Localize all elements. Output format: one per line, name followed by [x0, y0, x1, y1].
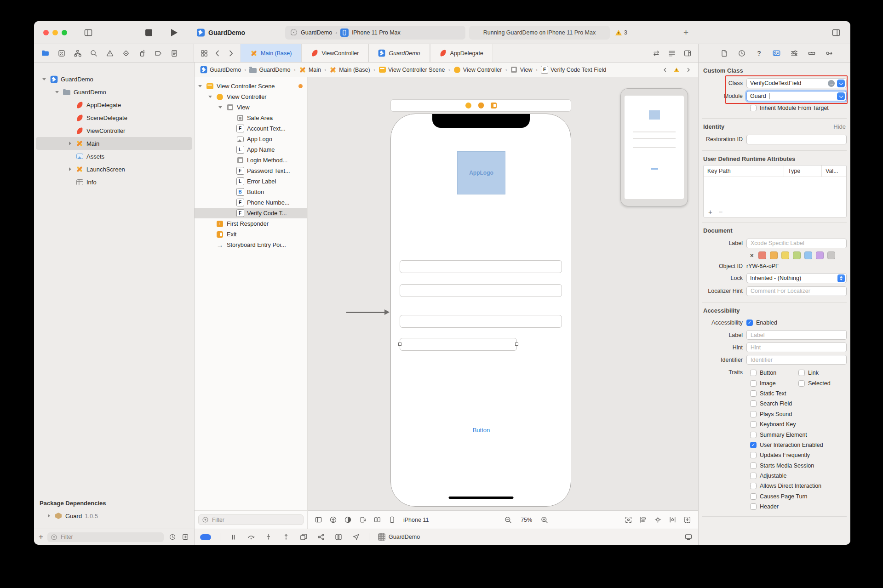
- tab-appdelegate[interactable]: AppDelegate: [430, 44, 493, 62]
- accessibility-hint-input[interactable]: [750, 344, 843, 351]
- debug-session-label[interactable]: GuardDemo: [378, 533, 420, 541]
- close-window-button[interactable]: [43, 30, 49, 35]
- outline-toggle-icon[interactable]: [314, 515, 323, 524]
- accessibility-identifier-field[interactable]: [746, 355, 847, 365]
- disclosure-open-icon[interactable]: [197, 85, 203, 87]
- breadcrumb-view-controller[interactable]: View Controller: [453, 66, 502, 74]
- selection-handle-left[interactable]: [398, 343, 401, 346]
- scheme-selector[interactable]: GuardDemo › iPhone 11 Pro Max: [285, 26, 465, 40]
- lock-stepper-icon[interactable]: [837, 274, 845, 282]
- previous-issue-icon[interactable]: [660, 65, 669, 74]
- document-label-input[interactable]: [750, 240, 843, 247]
- quick-help-icon[interactable]: ?: [755, 49, 763, 57]
- class-dropdown-icon[interactable]: [837, 80, 845, 87]
- trait-checkbox-header[interactable]: [750, 503, 757, 510]
- navigator-filter-field[interactable]: [47, 532, 164, 542]
- module-dropdown-icon[interactable]: [837, 92, 845, 100]
- accessibility-preview-icon[interactable]: [329, 515, 338, 524]
- scale-to-fit-icon[interactable]: [624, 515, 633, 524]
- password-text-field[interactable]: [400, 284, 562, 297]
- color-swatch-1[interactable]: [770, 251, 778, 259]
- source-control-icon[interactable]: [57, 49, 66, 57]
- phone-number-text-field[interactable]: [400, 315, 562, 328]
- sidebar-item-scenedelegate[interactable]: SceneDelegate: [36, 111, 192, 124]
- outline-item-app-logo[interactable]: App Logo: [195, 134, 307, 144]
- login-button[interactable]: Button: [457, 427, 505, 434]
- breadcrumb-view-controller-scene[interactable]: View Controller Scene: [378, 66, 445, 74]
- color-swatch-6[interactable]: [827, 251, 835, 259]
- lock-dropdown[interactable]: Inherited - (Nothing): [746, 273, 847, 283]
- split-editor-icon[interactable]: [373, 515, 382, 524]
- trait-checkbox-adjustable[interactable]: [750, 473, 757, 479]
- tab-viewcontroller[interactable]: ViewController: [301, 44, 368, 62]
- accessibility-hint-field[interactable]: [746, 343, 847, 352]
- inherit-module-checkbox[interactable]: [750, 105, 757, 111]
- selection-handle-right[interactable]: [515, 343, 518, 346]
- zoom-out-icon[interactable]: [504, 515, 513, 524]
- step-over-icon[interactable]: [247, 533, 255, 542]
- tab-main-base[interactable]: Main (Base): [241, 44, 301, 62]
- outline-item-login-method[interactable]: Login Method...: [195, 155, 307, 166]
- connections-inspector-icon[interactable]: [825, 49, 833, 57]
- trait-checkbox-keyboard-key[interactable]: [750, 421, 757, 428]
- outline-item-first-responder[interactable]: ↑First Responder: [195, 218, 307, 229]
- toggle-left-sidebar-icon[interactable]: [84, 28, 93, 37]
- accessibility-label-input[interactable]: [750, 331, 843, 339]
- attributes-inspector-icon[interactable]: [790, 49, 798, 57]
- recent-files-icon[interactable]: [168, 533, 177, 542]
- zoom-window-button[interactable]: [62, 30, 67, 35]
- accessibility-identifier-input[interactable]: [750, 356, 843, 364]
- sidebar-item-guarddemo[interactable]: GuardDemo: [36, 86, 192, 98]
- align-icon[interactable]: [639, 515, 648, 524]
- appearance-icon[interactable]: [344, 515, 352, 524]
- breadcrumb-view[interactable]: View: [510, 66, 533, 74]
- canvas-device-name[interactable]: iPhone 11: [403, 517, 429, 523]
- module-combo-box[interactable]: Guard: [746, 91, 847, 101]
- color-swatch-2[interactable]: [781, 251, 789, 259]
- sidebar-item-guarddemo[interactable]: GuardDemo: [36, 73, 192, 86]
- accessibility-enabled-checkbox[interactable]: [746, 320, 753, 326]
- breakpoints-toggle[interactable]: [200, 534, 211, 540]
- color-swatch-5[interactable]: [816, 251, 824, 259]
- next-issue-icon[interactable]: [684, 65, 693, 74]
- outline-item-phone-numbe[interactable]: FPhone Numbe...: [195, 197, 307, 208]
- localizer-hint-field[interactable]: [746, 286, 847, 296]
- resolve-layout-icon[interactable]: [668, 515, 677, 524]
- exit-dock-icon[interactable]: [491, 103, 497, 108]
- trait-checkbox-plays-sound[interactable]: [750, 411, 757, 417]
- zoom-in-icon[interactable]: [540, 515, 549, 524]
- pin-icon[interactable]: [654, 515, 662, 524]
- outline-item-view-controller[interactable]: View Controller: [195, 91, 307, 102]
- identity-inspector-icon[interactable]: [772, 49, 781, 57]
- account-text-field[interactable]: [400, 260, 562, 273]
- file-inspector-icon[interactable]: [720, 49, 728, 57]
- breadcrumb-verify-code-text-field[interactable]: FVerify Code Text Field: [541, 66, 606, 74]
- verify-code-text-field[interactable]: [400, 338, 517, 351]
- outline-item-view[interactable]: View: [195, 102, 307, 113]
- pause-icon[interactable]: [229, 533, 238, 542]
- memory-graph-icon[interactable]: [316, 533, 325, 542]
- device-preview-thumbnail[interactable]: [620, 88, 688, 206]
- remove-attribute-button[interactable]: −: [719, 208, 723, 216]
- disclosure-closed-icon[interactable]: [67, 167, 73, 171]
- jump-to-class-icon[interactable]: →: [828, 80, 835, 87]
- disclosure-open-icon[interactable]: [41, 78, 47, 80]
- run-button[interactable]: [171, 29, 178, 36]
- go-forward-icon[interactable]: [226, 49, 235, 57]
- trait-checkbox-search-field[interactable]: [750, 400, 757, 407]
- editor-swap-icon[interactable]: [652, 49, 660, 57]
- hide-link[interactable]: Hide: [833, 123, 846, 130]
- go-back-icon[interactable]: [213, 49, 222, 57]
- warning-badge[interactable]: 3: [615, 29, 627, 36]
- disclosure-closed-icon[interactable]: [67, 142, 73, 145]
- accessibility-label-field[interactable]: [746, 330, 847, 340]
- breadcrumb-main[interactable]: Main: [299, 66, 321, 74]
- trait-checkbox-selected[interactable]: [798, 380, 805, 387]
- outline-item-exit[interactable]: Exit: [195, 229, 307, 240]
- trait-checkbox-image[interactable]: [750, 380, 757, 387]
- navigator-filter-input[interactable]: [60, 533, 161, 541]
- runtime-attributes-table[interactable]: Key Path Type Val... + −: [703, 165, 847, 217]
- update-frames-icon[interactable]: [683, 515, 692, 524]
- outline-item-safe-area[interactable]: Safe Area: [195, 113, 307, 123]
- debug-navigator-icon[interactable]: [138, 49, 146, 57]
